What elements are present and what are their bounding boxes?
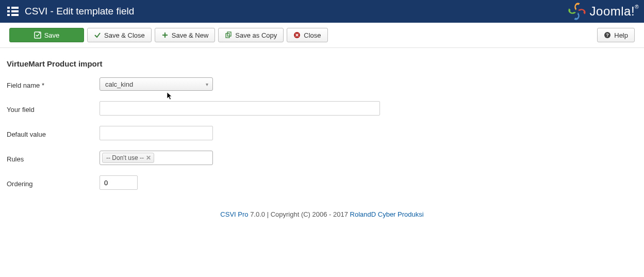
save-close-label: Save & Close [104, 31, 145, 39]
help-button[interactable]: ? Help [597, 28, 635, 42]
joomla-mark-icon [567, 2, 587, 21]
menu-icon[interactable] [7, 7, 19, 16]
save-copy-label: Save as Copy [235, 31, 277, 39]
rules-tag-label: -- Don't use -- [106, 154, 144, 161]
default-value-input[interactable] [100, 126, 213, 140]
header-bar: CSVI - Edit template field Joomla!® [0, 0, 644, 23]
close-label: Close [304, 31, 321, 39]
footer-mid: 7.0.0 | Copyright (C) 2006 - 2017 [249, 210, 350, 218]
row-your-field: Your field [7, 101, 637, 116]
row-field-name: Field name * calc_kind [7, 77, 637, 91]
plus-icon [161, 31, 169, 39]
toolbar-right: ? Help [597, 28, 635, 42]
page-header-title: CSVI - Edit template field [25, 6, 134, 17]
save-label: Save [44, 31, 60, 39]
row-rules: Rules -- Don't use -- ✕ [7, 151, 637, 165]
rules-label: Rules [7, 153, 100, 163]
joomla-brand-text: Joomla!® [590, 4, 639, 19]
joomla-logo: Joomla!® [567, 2, 639, 21]
save-close-button[interactable]: Save & Close [87, 28, 152, 42]
field-name-select[interactable]: calc_kind [100, 77, 213, 91]
ordering-input[interactable] [100, 175, 138, 190]
apply-icon [34, 31, 41, 39]
rules-tag: -- Don't use -- ✕ [102, 153, 154, 163]
save-new-label: Save & New [172, 31, 209, 39]
copy-icon [225, 31, 232, 39]
check-icon [94, 31, 101, 39]
save-button[interactable]: Save [9, 28, 84, 42]
row-default-value: Default value [7, 126, 637, 140]
your-field-input[interactable] [100, 101, 380, 116]
footer: CSVI Pro 7.0.0 | Copyright (C) 2006 - 20… [7, 200, 637, 229]
toolbar-left: Save Save & Close Save & New Save as Cop… [9, 28, 328, 42]
footer-link-rolandd[interactable]: RolandD Cyber Produksi [350, 210, 424, 218]
save-copy-button[interactable]: Save as Copy [218, 28, 284, 42]
your-field-label: Your field [7, 104, 100, 113]
toolbar: Save Save & Close Save & New Save as Cop… [0, 23, 644, 48]
footer-link-csvi[interactable]: CSVI Pro [220, 210, 248, 218]
row-ordering: Ordering [7, 175, 637, 190]
save-new-button[interactable]: Save & New [155, 28, 216, 42]
remove-tag-icon[interactable]: ✕ [146, 154, 151, 161]
cancel-icon [293, 31, 301, 39]
rules-multiselect[interactable]: -- Don't use -- ✕ [100, 151, 213, 165]
default-value-label: Default value [7, 128, 100, 138]
close-button[interactable]: Close [287, 28, 327, 42]
content: VirtueMart Product import Field name * c… [0, 48, 644, 229]
help-label: Help [614, 31, 628, 39]
field-name-label: Field name * [7, 79, 100, 89]
ordering-label: Ordering [7, 178, 100, 188]
header-left: CSVI - Edit template field [7, 6, 134, 17]
field-name-value: calc_kind [105, 80, 133, 88]
svg-text:?: ? [606, 32, 609, 38]
page-title: VirtueMart Product import [7, 59, 637, 68]
question-icon: ? [604, 31, 611, 39]
